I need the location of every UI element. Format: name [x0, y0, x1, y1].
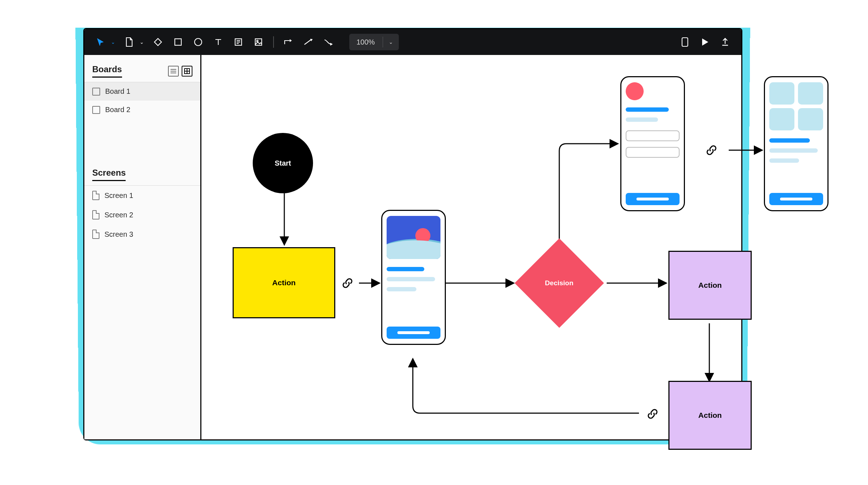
svg-rect-0 [154, 38, 162, 46]
action-label: Action [272, 278, 295, 287]
screen-item[interactable]: Screen 2 [84, 205, 200, 225]
boards-section-header: Boards [84, 55, 200, 82]
svg-rect-4 [255, 39, 262, 45]
screens-section-header: Screens [84, 158, 200, 186]
screen-mock-form[interactable] [620, 76, 685, 211]
device-preview-button[interactable] [677, 34, 693, 50]
action-node-purple-2[interactable]: Action [668, 381, 752, 450]
board-label: Board 2 [105, 106, 130, 114]
screen-icon [92, 191, 99, 200]
play-button[interactable] [697, 34, 713, 50]
boards-title: Boards [92, 64, 122, 78]
board-item[interactable]: Board 2 [84, 101, 200, 119]
screen-mock-hero[interactable] [381, 210, 446, 345]
note-tool[interactable] [230, 34, 247, 50]
image-tool[interactable] [250, 34, 267, 50]
screen-label: Screen 3 [104, 230, 133, 239]
screen-mock-grid[interactable] [764, 76, 829, 211]
start-node[interactable]: Start [253, 133, 313, 193]
screen-label: Screen 2 [104, 211, 133, 219]
svg-point-2 [195, 38, 202, 46]
straight-connector-tool[interactable] [300, 34, 317, 50]
decision-label: Decision [545, 279, 573, 287]
rectangle-shape-tool[interactable] [170, 34, 186, 50]
input-placeholder [626, 147, 680, 158]
screen-primary-button [769, 193, 823, 205]
diamond-shape-tool[interactable] [150, 34, 166, 50]
hero-image [387, 216, 440, 259]
screens-title: Screens [92, 168, 126, 181]
curved-connector-tool[interactable] [321, 34, 337, 50]
zoom-chevron-icon[interactable]: ⌄ [383, 39, 399, 45]
action-label: Action [698, 281, 722, 290]
action-node-yellow[interactable]: Action [233, 247, 335, 318]
input-placeholder [626, 130, 680, 141]
list-view-toggle[interactable] [168, 66, 179, 77]
ellipse-shape-tool[interactable] [190, 34, 206, 50]
start-label: Start [275, 159, 291, 167]
board-icon [92, 106, 100, 114]
pointer-tool[interactable] [92, 34, 109, 50]
board-item[interactable]: Board 1 [84, 82, 200, 101]
action-label: Action [698, 411, 722, 420]
grid-view-toggle[interactable] [182, 66, 192, 77]
zoom-value: 100% [349, 38, 383, 46]
toolbar-separator [273, 36, 274, 48]
link-icon[interactable] [705, 144, 718, 157]
screen-item[interactable]: Screen 1 [84, 186, 200, 205]
text-tool[interactable] [210, 34, 227, 50]
screen-label: Screen 1 [104, 191, 133, 200]
svg-rect-1 [175, 39, 181, 45]
document-tool-chevron-icon[interactable]: ⌄ [140, 39, 144, 45]
elbow-connector-tool[interactable] [280, 34, 297, 50]
board-icon [92, 88, 100, 96]
toolbar: ⌄ ⌄ [84, 29, 741, 55]
screen-item[interactable]: Screen 3 [84, 225, 200, 244]
upload-button[interactable] [717, 34, 733, 50]
screen-icon [92, 210, 99, 220]
zoom-control[interactable]: 100% ⌄ [349, 34, 399, 50]
link-icon[interactable] [646, 407, 659, 420]
new-document-tool[interactable] [121, 34, 137, 50]
svg-rect-6 [682, 38, 688, 46]
svg-point-5 [257, 40, 258, 42]
action-node-purple-1[interactable]: Action [668, 251, 752, 320]
screen-primary-button [626, 193, 680, 205]
link-icon[interactable] [341, 277, 354, 290]
avatar-placeholder [626, 82, 644, 100]
screen-icon [92, 230, 99, 239]
sidebar: Boards Board 1 Board 2 Scre [84, 55, 201, 439]
board-label: Board 1 [105, 87, 130, 96]
screen-primary-button [387, 327, 440, 339]
pointer-tool-chevron-icon[interactable]: ⌄ [111, 39, 115, 45]
